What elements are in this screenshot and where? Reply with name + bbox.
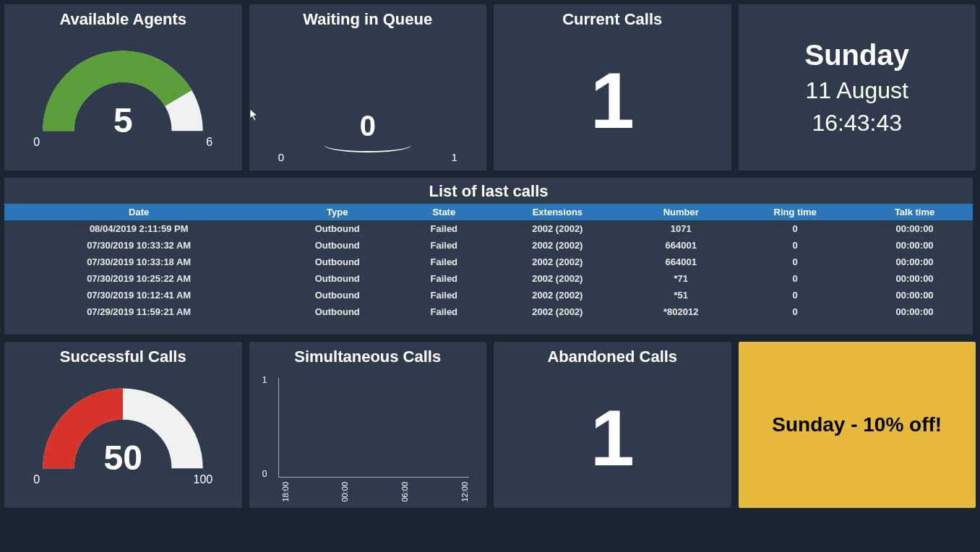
abandoned-calls-widget: Abandoned Calls 1 — [494, 342, 731, 508]
table-cell: Failed — [401, 303, 486, 320]
table-cell: 08/04/2019 2:11:59 PM — [4, 220, 273, 237]
clock-time: 16:43:43 — [812, 110, 902, 137]
banner-text: Sunday - 10% off! — [772, 413, 942, 436]
table-cell: 00:00:00 — [856, 237, 973, 254]
gauge-value: 5 — [29, 100, 217, 140]
table-header: Extensions — [486, 204, 628, 220]
table-cell: 2002 (2002) — [486, 237, 628, 254]
gauge-min: 0 — [278, 151, 284, 163]
table-cell: 2002 (2002) — [486, 270, 628, 287]
table-cell: Failed — [401, 270, 486, 287]
x-tick: 00:00 — [340, 482, 349, 502]
simultaneous-calls-widget: Simultaneous Calls 1 0 18:0000:0006:0012… — [249, 342, 487, 508]
y-tick-max: 1 — [262, 375, 267, 385]
x-tick: 06:00 — [400, 482, 409, 502]
table-cell: Failed — [401, 254, 486, 270]
table-cell: 2002 (2002) — [486, 220, 628, 237]
table-header: Talk time — [856, 204, 973, 220]
gauge-max: 1 — [451, 151, 457, 163]
waiting-in-queue-widget: Waiting in Queue 0 0 1 — [249, 4, 487, 171]
table-cell: Outbound — [273, 270, 401, 287]
widget-title: Waiting in Queue — [303, 10, 432, 29]
table-cell: Failed — [401, 287, 486, 303]
table-row: 07/29/2019 11:59:21 AMOutboundFailed2002… — [4, 303, 973, 320]
table-cell: 2002 (2002) — [486, 254, 628, 270]
table-cell: 664001 — [628, 254, 734, 270]
table-cell: Outbound — [273, 254, 401, 270]
table-cell: Outbound — [273, 287, 401, 303]
last-calls-table-widget: List of last calls DateTypeStateExtensio… — [4, 178, 973, 335]
table-row: 07/30/2019 10:25:22 AMOutboundFailed2002… — [4, 270, 973, 287]
table-cell: *71 — [628, 270, 734, 287]
widget-title: Current Calls — [562, 10, 662, 29]
table-cell: 00:00:00 — [856, 303, 973, 320]
widget-title: Abandoned Calls — [547, 348, 677, 366]
table-cell: Failed — [401, 237, 486, 254]
table-cell: 1071 — [628, 220, 734, 237]
x-tick: 18:00 — [281, 482, 290, 502]
big-number: 1 — [590, 366, 635, 508]
y-axis-line — [278, 378, 279, 478]
table-cell: *51 — [628, 287, 734, 303]
table-cell: Outbound — [273, 220, 401, 237]
table-row: 08/04/2019 2:11:59 PMOutboundFailed2002 … — [4, 220, 973, 237]
agents-gauge: 5 0 6 — [29, 39, 217, 149]
x-tick: 12:00 — [460, 482, 469, 502]
gauge-value: 0 — [360, 110, 376, 142]
table-cell: *802012 — [628, 303, 734, 320]
table-cell: 00:00:00 — [856, 270, 973, 287]
clock-day: Sunday — [805, 39, 909, 72]
y-tick-min: 0 — [262, 469, 267, 479]
table-cell: Outbound — [273, 303, 401, 320]
table-cell: 0 — [734, 270, 856, 287]
widget-title: Available Agents — [59, 10, 186, 29]
table-cell: 07/29/2019 11:59:21 AM — [4, 303, 273, 320]
widget-title: Successful Calls — [60, 348, 186, 366]
table-cell: Failed — [401, 220, 486, 237]
table-cell: 2002 (2002) — [486, 287, 628, 303]
table-cell: 00:00:00 — [856, 254, 973, 270]
table-cell: 664001 — [628, 237, 734, 254]
last-calls-table: DateTypeStateExtensionsNumberRing timeTa… — [4, 204, 973, 320]
table-cell: Outbound — [273, 237, 401, 254]
clock-date: 11 August — [806, 77, 908, 104]
table-header: Ring time — [734, 204, 856, 220]
table-row: 07/30/2019 10:12:41 AMOutboundFailed2002… — [4, 287, 973, 303]
available-agents-widget: Available Agents 5 0 6 — [4, 4, 242, 171]
success-gauge: 50 0 100 — [29, 376, 217, 486]
x-axis-line — [278, 477, 469, 478]
current-calls-widget: Current Calls 1 — [494, 4, 731, 171]
table-header: State — [401, 204, 486, 220]
clock-widget: Sunday 11 August 16:43:43 — [739, 4, 976, 171]
table-title: List of last calls — [4, 178, 973, 204]
table-cell: 0 — [734, 220, 856, 237]
big-number: 1 — [590, 29, 635, 171]
table-cell: 0 — [734, 303, 856, 320]
queue-gauge: 0 0 1 — [274, 110, 462, 163]
table-cell: 07/30/2019 10:33:18 AM — [4, 254, 273, 270]
promo-banner: Sunday - 10% off! — [739, 342, 976, 508]
table-cell: 07/30/2019 10:33:32 AM — [4, 237, 273, 254]
widget-title: Simultaneous Calls — [294, 348, 441, 366]
table-cell: 2002 (2002) — [486, 303, 628, 320]
gauge-value: 50 — [29, 438, 217, 478]
table-row: 07/30/2019 10:33:32 AMOutboundFailed2002… — [4, 237, 973, 254]
table-cell: 0 — [734, 254, 856, 270]
table-header: Type — [273, 204, 401, 220]
table-cell: 00:00:00 — [856, 287, 973, 303]
table-cell: 00:00:00 — [856, 220, 973, 237]
table-row: 07/30/2019 10:33:18 AMOutboundFailed2002… — [4, 254, 973, 270]
successful-calls-widget: Successful Calls 50 0 100 — [4, 342, 242, 508]
table-header: Number — [628, 204, 734, 220]
table-cell: 07/30/2019 10:12:41 AM — [4, 287, 273, 303]
table-header: Date — [4, 204, 273, 220]
sim-line-chart: 1 0 18:0000:0006:0012:00 — [259, 371, 476, 508]
table-cell: 0 — [734, 237, 856, 254]
table-cell: 0 — [734, 287, 856, 303]
table-cell: 07/30/2019 10:25:22 AM — [4, 270, 273, 287]
